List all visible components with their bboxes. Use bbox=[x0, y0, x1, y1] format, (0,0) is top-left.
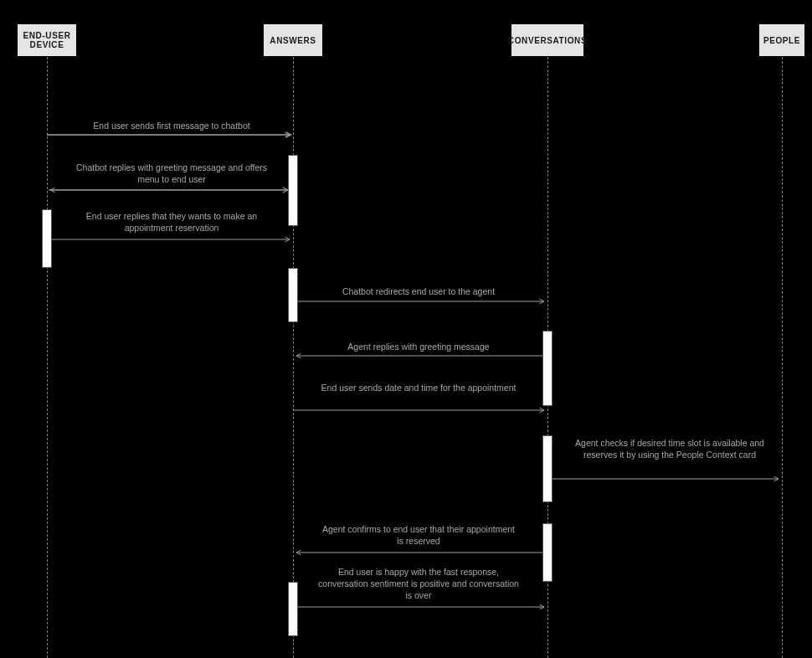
msg-text-2: Chatbot replies with greeting message an… bbox=[71, 162, 272, 185]
msg-text-7: Agent checks if desired time slot is ava… bbox=[569, 437, 770, 460]
activation-answers-1 bbox=[288, 155, 298, 226]
participant-conversations: CONVERSATIONS bbox=[511, 23, 584, 57]
participant-people: PEOPLE bbox=[758, 23, 805, 57]
activation-answers-2 bbox=[288, 268, 298, 322]
activation-end-user-1 bbox=[42, 209, 52, 268]
msg-text-4: Chatbot redirects end user to the agent bbox=[318, 285, 519, 297]
activation-answers-3 bbox=[288, 582, 298, 636]
sequence-diagram: END-USER DEVICE ANSWERS CONVERSATIONS PE… bbox=[0, 0, 812, 658]
lifeline-end-user-device bbox=[47, 57, 48, 658]
msg-text-8: Agent confirms to end user that their ap… bbox=[318, 523, 519, 547]
arrows-layer bbox=[0, 0, 812, 658]
participant-answers: ANSWERS bbox=[263, 23, 323, 57]
participant-label: ANSWERS bbox=[270, 36, 316, 45]
participant-label: CONVERSATIONS bbox=[508, 36, 587, 45]
msg-text-1: End user sends first message to chatbot bbox=[71, 120, 272, 131]
participant-label: PEOPLE bbox=[763, 36, 800, 45]
msg-text-5: Agent replies with greeting message bbox=[318, 341, 519, 352]
activation-conversations-3 bbox=[542, 523, 552, 582]
msg-text-3: End user replies that they wants to make… bbox=[71, 210, 272, 234]
msg-text-6: End user sends date and time for the app… bbox=[318, 382, 519, 393]
activation-conversations-2 bbox=[542, 435, 552, 502]
arrows bbox=[0, 0, 812, 658]
lifeline-people bbox=[782, 57, 783, 658]
participant-label: END-USER DEVICE bbox=[23, 31, 71, 49]
msg-text-9: End user is happy with the fast response… bbox=[318, 566, 519, 602]
participant-end-user-device: END-USER DEVICE bbox=[17, 23, 77, 57]
lifeline-answers bbox=[293, 57, 294, 658]
activation-conversations-1 bbox=[542, 331, 552, 406]
